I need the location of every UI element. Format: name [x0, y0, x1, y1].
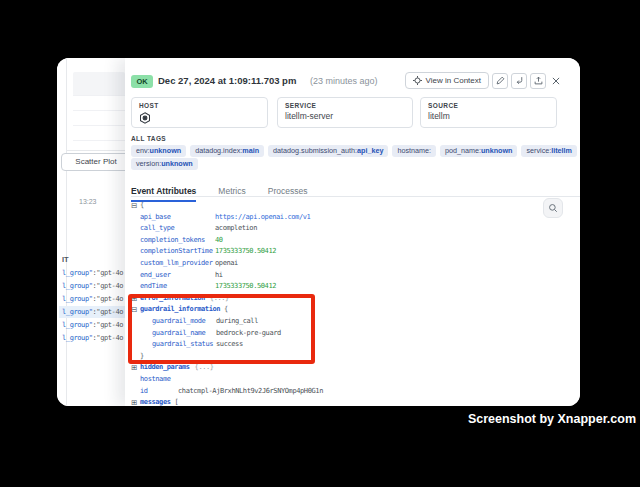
tree-row: hostname: [131, 374, 550, 386]
expand-icon[interactable]: [131, 397, 137, 406]
json-value[interactable]: 40: [215, 236, 223, 244]
tag-value: litellm: [551, 146, 572, 155]
log-list-item[interactable]: l_group":"gpt-4o: [59, 332, 125, 344]
tag-pill[interactable]: hostname:: [392, 145, 436, 157]
log-value: :"gpt-4o: [93, 334, 124, 342]
tab-metrics[interactable]: Metrics: [218, 186, 245, 200]
json-key[interactable]: completion_tokens: [140, 235, 215, 247]
log-list-item[interactable]: l_group":"gpt-4o: [59, 267, 125, 279]
event-time-ago: (23 minutes ago): [310, 76, 378, 86]
collapse-icon[interactable]: [131, 200, 137, 212]
divider: [67, 150, 125, 151]
log-key: l_group": [62, 282, 93, 290]
tag-value: unknown: [161, 159, 193, 168]
tag-pill[interactable]: env:unknown: [131, 145, 186, 157]
list-column-header: IT: [62, 255, 69, 264]
json-key[interactable]: guardrail_name: [152, 328, 216, 340]
json-key[interactable]: endTime: [140, 281, 215, 293]
tags-row: version:unknown: [131, 158, 564, 170]
json-value[interactable]: hi: [215, 271, 223, 279]
expand-icon[interactable]: [131, 362, 137, 374]
tag-key: service:: [526, 146, 551, 155]
log-list-item-selected[interactable]: l_group":"gpt-4o: [59, 306, 125, 318]
log-value: :"gpt-4o: [93, 269, 124, 277]
json-value[interactable]: bedrock-pre-guard: [216, 329, 281, 337]
json-key[interactable]: guardrail_mode: [152, 316, 216, 328]
log-list-item[interactable]: l_group":"gpt-4o: [59, 293, 125, 305]
json-key[interactable]: call_type: [140, 223, 215, 235]
log-key: l_group": [62, 321, 93, 329]
json-value[interactable]: success: [216, 340, 243, 348]
event-detail-panel: OK Dec 27, 2024 at 1:09:11.703 pm (23 mi…: [125, 58, 580, 406]
watermark-text: Screenshot by Xnapper.com: [468, 412, 636, 426]
tag-pill[interactable]: service:litellm: [521, 145, 577, 157]
tree-row: endTime1735333750.50412: [131, 281, 550, 293]
time-axis-tick: 13:23: [79, 198, 97, 205]
tag-key: datadog.index:: [195, 146, 242, 155]
service-card[interactable]: SERVICE litellm-server: [277, 97, 413, 128]
export-button[interactable]: [530, 73, 546, 89]
json-key[interactable]: hostname: [140, 374, 178, 386]
log-value: :"gpt-4o: [93, 295, 124, 303]
tag-pill[interactable]: pod_name:unknown: [440, 145, 518, 157]
json-key[interactable]: guardrail_information: [140, 304, 220, 316]
tree-row-collapsed: error_information{...}: [131, 293, 550, 305]
tree-row: guardrail_modeduring_call: [131, 316, 550, 328]
host-label: HOST: [139, 102, 260, 109]
log-list-item[interactable]: l_group":"gpt-4o: [59, 280, 125, 292]
tag-value: unknown: [150, 146, 182, 155]
log-list-item[interactable]: l_group":"gpt-4o: [59, 319, 125, 331]
tree-row: guardrail_statussuccess: [131, 339, 550, 351]
host-card[interactable]: HOST: [131, 97, 268, 128]
json-key[interactable]: end_user: [140, 270, 215, 282]
scatter-plot-button[interactable]: Scatter Plot: [61, 153, 131, 171]
json-key[interactable]: completionStartTime: [140, 246, 215, 258]
tab-bar: Event AttributesMetricsProcesses: [131, 180, 580, 197]
view-in-context-button[interactable]: View in Context: [405, 72, 489, 89]
json-preview: {...}: [210, 294, 229, 302]
json-value[interactable]: acompletion: [215, 224, 257, 232]
app-window: Scatter Plot 13:23 IT l_group":"gpt-4o l…: [57, 58, 580, 406]
source-label: SOURCE: [428, 102, 549, 109]
json-key[interactable]: id: [140, 386, 178, 398]
log-value: :"gpt-4o: [93, 321, 124, 329]
related-trace-button[interactable]: [511, 73, 527, 89]
json-brace: {: [224, 305, 228, 313]
edit-button[interactable]: [492, 73, 508, 89]
event-timestamp: Dec 27, 2024 at 1:09:11.703 pm: [158, 75, 296, 86]
json-value[interactable]: 1735333750.50412: [215, 282, 276, 290]
json-brace: {: [140, 201, 144, 209]
hexagon-host-icon: [139, 110, 260, 128]
json-key[interactable]: error_information: [140, 293, 205, 305]
tree-row-collapsed: hidden_params{...}: [131, 362, 550, 374]
collapse-icon[interactable]: [131, 304, 137, 316]
tag-pill[interactable]: datadog.index:main: [190, 145, 264, 157]
source-card[interactable]: SOURCE litellm: [420, 97, 557, 128]
tag-pill[interactable]: version:unknown: [131, 158, 198, 170]
view-in-context-label: View in Context: [426, 76, 481, 85]
json-key[interactable]: custom_llm_provider: [140, 258, 215, 270]
tag-key: version:: [136, 159, 161, 168]
json-value[interactable]: 1735333750.50412: [215, 247, 276, 255]
source-value: litellm: [428, 111, 549, 121]
json-value[interactable]: openai: [215, 259, 238, 267]
tag-pill[interactable]: datadog.submission_auth:api_key: [268, 145, 388, 157]
json-value[interactable]: chatcmpl-AjBrxhNLht9v2J6rSNYOmp4pH0G1n: [178, 387, 323, 395]
scope-icon: [413, 76, 422, 85]
tree-row: call_typeacompletion: [131, 223, 550, 235]
close-button[interactable]: [549, 74, 563, 88]
json-key[interactable]: hidden_params: [140, 362, 190, 374]
json-key[interactable]: guardrail_status: [152, 339, 216, 351]
json-key[interactable]: messages: [140, 397, 171, 406]
expand-icon[interactable]: [131, 293, 137, 305]
header-actions: View in Context: [405, 72, 563, 89]
tree-row: end_userhi: [131, 270, 550, 282]
divider: [73, 110, 125, 111]
divider: [73, 95, 125, 96]
json-key[interactable]: api_base: [140, 212, 215, 224]
json-preview: {...}: [195, 363, 214, 371]
tab-processes[interactable]: Processes: [268, 186, 308, 200]
json-value[interactable]: during_call: [216, 317, 258, 325]
export-icon: [534, 76, 543, 85]
json-value-link[interactable]: https://api.openai.com/v1: [215, 213, 310, 221]
